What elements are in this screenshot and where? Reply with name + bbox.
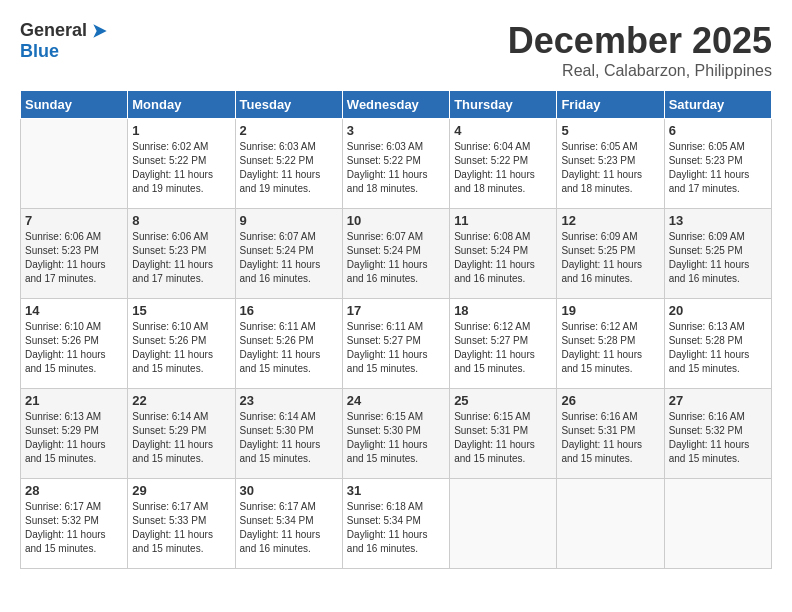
day-info: Sunrise: 6:06 AMSunset: 5:23 PMDaylight:… xyxy=(25,230,123,286)
day-info: Sunrise: 6:14 AMSunset: 5:29 PMDaylight:… xyxy=(132,410,230,466)
table-row: 15Sunrise: 6:10 AMSunset: 5:26 PMDayligh… xyxy=(128,299,235,389)
day-info: Sunrise: 6:03 AMSunset: 5:22 PMDaylight:… xyxy=(347,140,445,196)
table-row xyxy=(450,479,557,569)
day-number: 7 xyxy=(25,213,123,228)
logo: General Blue xyxy=(20,20,110,62)
table-row: 13Sunrise: 6:09 AMSunset: 5:25 PMDayligh… xyxy=(664,209,771,299)
table-row: 16Sunrise: 6:11 AMSunset: 5:26 PMDayligh… xyxy=(235,299,342,389)
location-title: Real, Calabarzon, Philippines xyxy=(508,62,772,80)
table-row: 14Sunrise: 6:10 AMSunset: 5:26 PMDayligh… xyxy=(21,299,128,389)
table-row: 30Sunrise: 6:17 AMSunset: 5:34 PMDayligh… xyxy=(235,479,342,569)
day-info: Sunrise: 6:12 AMSunset: 5:28 PMDaylight:… xyxy=(561,320,659,376)
day-number: 20 xyxy=(669,303,767,318)
table-row: 24Sunrise: 6:15 AMSunset: 5:30 PMDayligh… xyxy=(342,389,449,479)
day-info: Sunrise: 6:18 AMSunset: 5:34 PMDaylight:… xyxy=(347,500,445,556)
col-friday: Friday xyxy=(557,91,664,119)
table-row: 19Sunrise: 6:12 AMSunset: 5:28 PMDayligh… xyxy=(557,299,664,389)
day-number: 6 xyxy=(669,123,767,138)
calendar-week-row: 21Sunrise: 6:13 AMSunset: 5:29 PMDayligh… xyxy=(21,389,772,479)
day-number: 1 xyxy=(132,123,230,138)
day-number: 31 xyxy=(347,483,445,498)
day-number: 12 xyxy=(561,213,659,228)
col-saturday: Saturday xyxy=(664,91,771,119)
calendar-week-row: 14Sunrise: 6:10 AMSunset: 5:26 PMDayligh… xyxy=(21,299,772,389)
table-row: 25Sunrise: 6:15 AMSunset: 5:31 PMDayligh… xyxy=(450,389,557,479)
table-row: 5Sunrise: 6:05 AMSunset: 5:23 PMDaylight… xyxy=(557,119,664,209)
logo-arrow-icon xyxy=(90,21,110,41)
header: General Blue December 2025 Real, Calabar… xyxy=(20,20,772,80)
day-info: Sunrise: 6:11 AMSunset: 5:27 PMDaylight:… xyxy=(347,320,445,376)
table-row: 7Sunrise: 6:06 AMSunset: 5:23 PMDaylight… xyxy=(21,209,128,299)
day-info: Sunrise: 6:05 AMSunset: 5:23 PMDaylight:… xyxy=(669,140,767,196)
day-number: 4 xyxy=(454,123,552,138)
col-tuesday: Tuesday xyxy=(235,91,342,119)
day-number: 26 xyxy=(561,393,659,408)
table-row: 6Sunrise: 6:05 AMSunset: 5:23 PMDaylight… xyxy=(664,119,771,209)
table-row: 8Sunrise: 6:06 AMSunset: 5:23 PMDaylight… xyxy=(128,209,235,299)
table-row: 3Sunrise: 6:03 AMSunset: 5:22 PMDaylight… xyxy=(342,119,449,209)
day-number: 17 xyxy=(347,303,445,318)
table-row: 28Sunrise: 6:17 AMSunset: 5:32 PMDayligh… xyxy=(21,479,128,569)
table-row: 18Sunrise: 6:12 AMSunset: 5:27 PMDayligh… xyxy=(450,299,557,389)
day-info: Sunrise: 6:07 AMSunset: 5:24 PMDaylight:… xyxy=(240,230,338,286)
day-info: Sunrise: 6:17 AMSunset: 5:34 PMDaylight:… xyxy=(240,500,338,556)
logo-blue: Blue xyxy=(20,41,59,62)
day-info: Sunrise: 6:14 AMSunset: 5:30 PMDaylight:… xyxy=(240,410,338,466)
day-info: Sunrise: 6:16 AMSunset: 5:32 PMDaylight:… xyxy=(669,410,767,466)
day-info: Sunrise: 6:07 AMSunset: 5:24 PMDaylight:… xyxy=(347,230,445,286)
day-info: Sunrise: 6:10 AMSunset: 5:26 PMDaylight:… xyxy=(25,320,123,376)
day-info: Sunrise: 6:13 AMSunset: 5:29 PMDaylight:… xyxy=(25,410,123,466)
table-row: 12Sunrise: 6:09 AMSunset: 5:25 PMDayligh… xyxy=(557,209,664,299)
day-info: Sunrise: 6:16 AMSunset: 5:31 PMDaylight:… xyxy=(561,410,659,466)
day-info: Sunrise: 6:05 AMSunset: 5:23 PMDaylight:… xyxy=(561,140,659,196)
table-row: 26Sunrise: 6:16 AMSunset: 5:31 PMDayligh… xyxy=(557,389,664,479)
day-info: Sunrise: 6:09 AMSunset: 5:25 PMDaylight:… xyxy=(669,230,767,286)
day-number: 9 xyxy=(240,213,338,228)
day-info: Sunrise: 6:04 AMSunset: 5:22 PMDaylight:… xyxy=(454,140,552,196)
title-area: December 2025 Real, Calabarzon, Philippi… xyxy=(508,20,772,80)
table-row: 20Sunrise: 6:13 AMSunset: 5:28 PMDayligh… xyxy=(664,299,771,389)
table-row xyxy=(664,479,771,569)
day-info: Sunrise: 6:15 AMSunset: 5:31 PMDaylight:… xyxy=(454,410,552,466)
day-info: Sunrise: 6:09 AMSunset: 5:25 PMDaylight:… xyxy=(561,230,659,286)
svg-marker-0 xyxy=(93,24,106,37)
day-number: 10 xyxy=(347,213,445,228)
table-row: 21Sunrise: 6:13 AMSunset: 5:29 PMDayligh… xyxy=(21,389,128,479)
day-number: 30 xyxy=(240,483,338,498)
day-info: Sunrise: 6:06 AMSunset: 5:23 PMDaylight:… xyxy=(132,230,230,286)
day-number: 15 xyxy=(132,303,230,318)
day-info: Sunrise: 6:13 AMSunset: 5:28 PMDaylight:… xyxy=(669,320,767,376)
day-number: 8 xyxy=(132,213,230,228)
day-info: Sunrise: 6:15 AMSunset: 5:30 PMDaylight:… xyxy=(347,410,445,466)
day-info: Sunrise: 6:17 AMSunset: 5:33 PMDaylight:… xyxy=(132,500,230,556)
calendar-table: Sunday Monday Tuesday Wednesday Thursday… xyxy=(20,90,772,569)
table-row: 17Sunrise: 6:11 AMSunset: 5:27 PMDayligh… xyxy=(342,299,449,389)
table-row xyxy=(557,479,664,569)
day-info: Sunrise: 6:02 AMSunset: 5:22 PMDaylight:… xyxy=(132,140,230,196)
col-monday: Monday xyxy=(128,91,235,119)
day-info: Sunrise: 6:17 AMSunset: 5:32 PMDaylight:… xyxy=(25,500,123,556)
day-info: Sunrise: 6:03 AMSunset: 5:22 PMDaylight:… xyxy=(240,140,338,196)
table-row: 29Sunrise: 6:17 AMSunset: 5:33 PMDayligh… xyxy=(128,479,235,569)
day-number: 27 xyxy=(669,393,767,408)
table-row: 22Sunrise: 6:14 AMSunset: 5:29 PMDayligh… xyxy=(128,389,235,479)
day-number: 2 xyxy=(240,123,338,138)
day-info: Sunrise: 6:08 AMSunset: 5:24 PMDaylight:… xyxy=(454,230,552,286)
day-number: 16 xyxy=(240,303,338,318)
table-row: 10Sunrise: 6:07 AMSunset: 5:24 PMDayligh… xyxy=(342,209,449,299)
col-wednesday: Wednesday xyxy=(342,91,449,119)
day-number: 3 xyxy=(347,123,445,138)
table-row: 4Sunrise: 6:04 AMSunset: 5:22 PMDaylight… xyxy=(450,119,557,209)
day-info: Sunrise: 6:10 AMSunset: 5:26 PMDaylight:… xyxy=(132,320,230,376)
day-info: Sunrise: 6:11 AMSunset: 5:26 PMDaylight:… xyxy=(240,320,338,376)
table-row: 31Sunrise: 6:18 AMSunset: 5:34 PMDayligh… xyxy=(342,479,449,569)
month-title: December 2025 xyxy=(508,20,772,62)
table-row: 27Sunrise: 6:16 AMSunset: 5:32 PMDayligh… xyxy=(664,389,771,479)
day-number: 13 xyxy=(669,213,767,228)
calendar-header-row: Sunday Monday Tuesday Wednesday Thursday… xyxy=(21,91,772,119)
day-number: 29 xyxy=(132,483,230,498)
table-row xyxy=(21,119,128,209)
day-number: 5 xyxy=(561,123,659,138)
col-sunday: Sunday xyxy=(21,91,128,119)
day-number: 21 xyxy=(25,393,123,408)
